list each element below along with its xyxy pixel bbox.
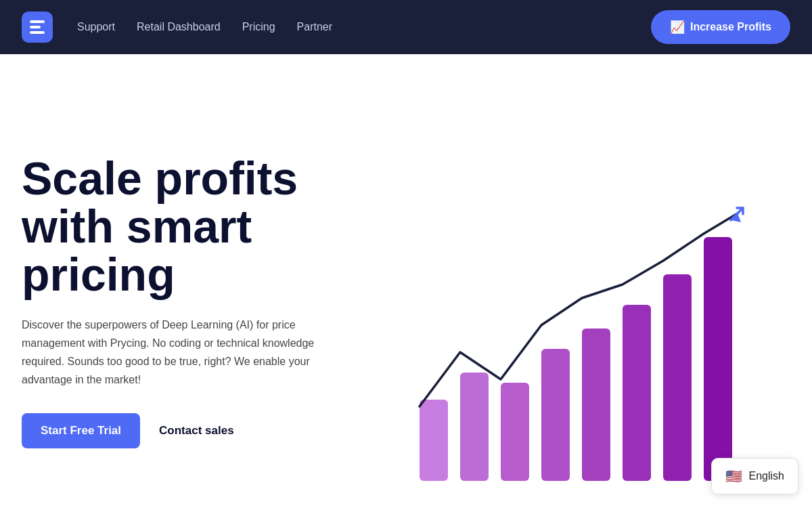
svg-rect-5 [623,305,651,481]
svg-rect-7 [704,237,732,481]
nav-item-partner[interactable]: Partner [297,21,332,33]
chart-svg [399,196,751,481]
hero-buttons: Start Free Trial Contact sales [22,413,360,448]
language-widget[interactable]: 🇺🇸 English [711,458,798,494]
svg-rect-0 [420,400,448,481]
hero-chart [360,81,790,508]
svg-rect-6 [663,274,692,481]
nav-item-pricing[interactable]: Pricing [242,21,275,33]
increase-profits-label: Increase Profits [690,21,771,33]
nav-link-retail-dashboard[interactable]: Retail Dashboard [137,21,221,33]
logo[interactable] [22,12,53,43]
svg-rect-1 [460,373,489,481]
navbar: Support Retail Dashboard Pricing Partner… [0,0,812,54]
hero-subtext: Discover the superpowers of Deep Learnin… [22,316,333,389]
nav-link-partner[interactable]: Partner [297,21,332,33]
svg-rect-2 [501,383,529,481]
increase-profits-button[interactable]: 📈 Increase Profits [651,10,790,44]
nav-left: Support Retail Dashboard Pricing Partner [22,12,332,43]
language-label: English [749,470,784,482]
hero-section: Scale profits with smart pricing Discove… [0,54,812,508]
logo-icon [30,20,45,34]
start-free-trial-button[interactable]: Start Free Trial [22,413,140,448]
nav-link-pricing[interactable]: Pricing [242,21,275,33]
nav-link-support[interactable]: Support [77,21,115,33]
svg-rect-3 [541,349,570,481]
flag-icon: 🇺🇸 [725,468,742,484]
hero-heading: Scale profits with smart pricing [22,154,360,299]
contact-sales-link[interactable]: Contact sales [159,424,234,438]
nav-links: Support Retail Dashboard Pricing Partner [77,21,332,33]
hero-text-block: Scale profits with smart pricing Discove… [22,141,360,449]
nav-item-support[interactable]: Support [77,21,115,33]
svg-rect-4 [582,329,610,481]
nav-item-retail-dashboard[interactable]: Retail Dashboard [137,21,221,33]
trend-icon: 📈 [670,20,685,35]
